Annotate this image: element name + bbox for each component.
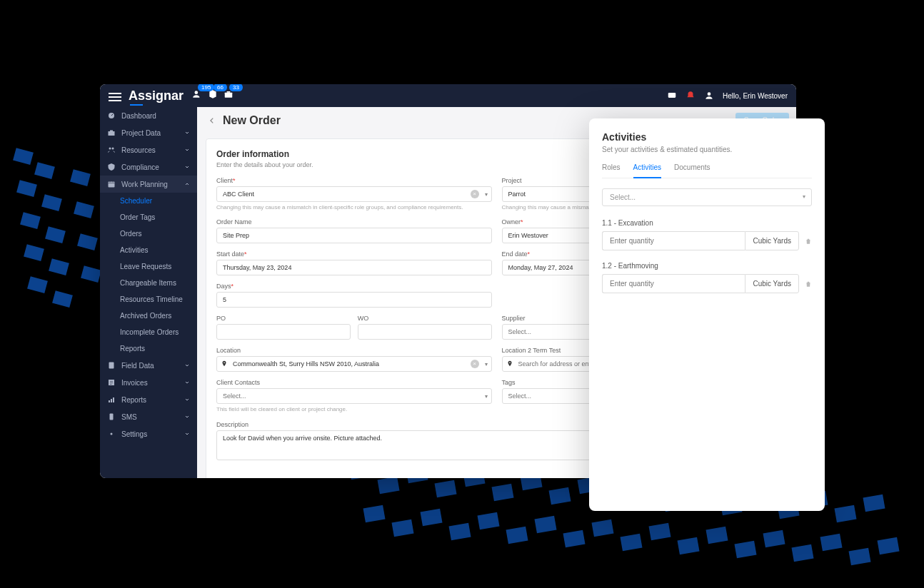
dashboard-icon <box>107 111 116 120</box>
user-icon <box>704 91 714 101</box>
chevron-down-icon <box>184 380 190 385</box>
sidebar-item-label: Chargeable Items <box>120 279 176 287</box>
contacts-select[interactable] <box>216 388 492 404</box>
compliance-icon <box>107 163 116 171</box>
trash-icon[interactable] <box>805 280 812 288</box>
sidebar-item-label: Incomplete Orders <box>120 328 179 336</box>
svg-rect-33 <box>363 505 385 523</box>
badge-box[interactable]: 66 <box>208 89 218 102</box>
svg-rect-38 <box>506 527 528 544</box>
svg-rect-61 <box>109 363 114 369</box>
section-title: Order information <box>216 149 313 159</box>
sidebar-item-work-planning[interactable]: Work Planning <box>100 176 197 193</box>
chevron-down-icon <box>184 130 190 136</box>
unit-label: Cubic Yards <box>745 231 799 250</box>
sidebar-item-compliance[interactable]: Compliance <box>100 158 197 176</box>
client-select[interactable] <box>216 186 492 202</box>
svg-rect-53 <box>225 93 233 98</box>
chat-icon[interactable] <box>667 91 677 101</box>
sidebar-item-invoices[interactable]: Invoices <box>100 374 197 391</box>
calendar-icon <box>107 180 116 188</box>
svg-rect-63 <box>109 400 110 402</box>
section-subtitle: Enter the details about your order. <box>216 161 313 168</box>
chevron-down-icon <box>184 414 190 420</box>
svg-rect-44 <box>677 537 699 555</box>
quantity-input[interactable] <box>602 274 745 293</box>
svg-rect-1 <box>34 162 55 179</box>
svg-rect-41 <box>591 519 613 537</box>
sidebar-item-field-data[interactable]: Field Data <box>100 357 197 374</box>
client-help: Changing this may cause a mismatch in cl… <box>216 204 492 211</box>
field-icon <box>107 361 116 370</box>
sidebar-item-label: Compliance <box>121 163 159 171</box>
sidebar-item-resources[interactable]: Resources <box>100 141 197 158</box>
quantity-input[interactable] <box>602 231 745 250</box>
sidebar-subitem-scheduler[interactable]: Scheduler <box>100 193 197 209</box>
tab-activities[interactable]: Activities <box>633 163 661 178</box>
sidebar-subitem-chargeable-items[interactable]: Chargeable Items <box>100 275 197 291</box>
invoices-icon <box>107 378 116 387</box>
wo-label: WO <box>358 315 492 322</box>
sidebar-item-label: Reports <box>121 396 146 404</box>
svg-rect-62 <box>109 380 114 385</box>
po-label: PO <box>216 315 351 322</box>
sidebar-item-label: Activities <box>120 246 148 254</box>
logo: Assignar <box>129 88 184 103</box>
sidebar-item-label: Settings <box>121 430 147 438</box>
chevron-down-icon[interactable]: ▾ <box>485 361 488 368</box>
clear-icon[interactable]: × <box>471 190 479 198</box>
svg-rect-15 <box>377 477 399 495</box>
contacts-help: This field will be cleared on client or … <box>216 406 492 413</box>
order-name-input[interactable] <box>216 228 492 243</box>
sidebar-subitem-orders[interactable]: Orders <box>100 225 197 242</box>
sidebar-subitem-activities[interactable]: Activities <box>100 242 197 258</box>
greeting-text: Hello, Erin Westover <box>723 92 788 100</box>
sidebar-item-label: Work Planning <box>121 181 168 188</box>
sidebar-item-sms[interactable]: SMS <box>100 408 197 425</box>
sidebar-subitem-resources-timeline[interactable]: Resources Timeline <box>100 291 197 308</box>
sidebar-subitem-incomplete-orders[interactable]: Incomplete Orders <box>100 324 197 340</box>
resources-icon <box>107 146 116 154</box>
order-name-label: Order Name <box>216 218 492 225</box>
back-arrow-icon[interactable] <box>209 117 216 124</box>
reports-icon <box>107 395 116 404</box>
days-input[interactable] <box>216 292 492 308</box>
header-badges: 195 66 33 <box>192 89 233 102</box>
activity-select[interactable]: Select... <box>602 188 812 206</box>
bell-icon[interactable] <box>686 91 695 101</box>
svg-rect-57 <box>109 131 115 136</box>
chevron-down-icon[interactable]: ▾ <box>485 393 488 400</box>
sidebar-item-label: Reports <box>120 345 145 353</box>
start-date-input[interactable] <box>216 260 492 275</box>
badge-briefcase[interactable]: 33 <box>224 89 233 102</box>
sidebar-subitem-leave-requests[interactable]: Leave Requests <box>100 258 197 275</box>
chevron-down-icon[interactable]: ▾ <box>485 191 488 198</box>
wo-input[interactable] <box>358 324 492 340</box>
sidebar-item-label: SMS <box>121 413 137 421</box>
clear-icon[interactable]: × <box>471 360 479 368</box>
svg-rect-43 <box>648 523 671 541</box>
sidebar-item-reports[interactable]: Reports <box>100 391 197 408</box>
sidebar-item-project-data[interactable]: Project Data <box>100 124 197 141</box>
sidebar-subitem-archived-orders[interactable]: Archived Orders <box>100 308 197 324</box>
badge-users[interactable]: 195 <box>192 89 202 102</box>
hamburger-menu-icon[interactable] <box>109 91 121 101</box>
svg-rect-4 <box>20 212 41 229</box>
chevron-down-icon <box>184 147 190 153</box>
sidebar-subitem-reports[interactable]: Reports <box>100 340 197 357</box>
svg-point-68 <box>224 363 225 364</box>
po-input[interactable] <box>216 324 351 340</box>
trash-icon[interactable] <box>805 237 812 245</box>
sidebar-subitem-order-tags[interactable]: Order Tags <box>100 209 197 225</box>
app-header: Assignar 195 66 33 Hello, Erin Westover <box>100 84 796 107</box>
sidebar-item-settings[interactable]: Settings <box>100 425 197 442</box>
sidebar-item-label: Leave Requests <box>120 263 171 270</box>
svg-rect-47 <box>763 530 785 548</box>
tab-documents[interactable]: Documents <box>674 163 710 178</box>
location-label: Location <box>216 347 492 354</box>
chevron-up-icon <box>184 181 190 187</box>
sidebar-item-dashboard[interactable]: Dashboard <box>100 107 197 124</box>
svg-point-52 <box>195 91 199 94</box>
tab-roles[interactable]: Roles <box>602 163 621 178</box>
location-input[interactable] <box>216 356 492 372</box>
